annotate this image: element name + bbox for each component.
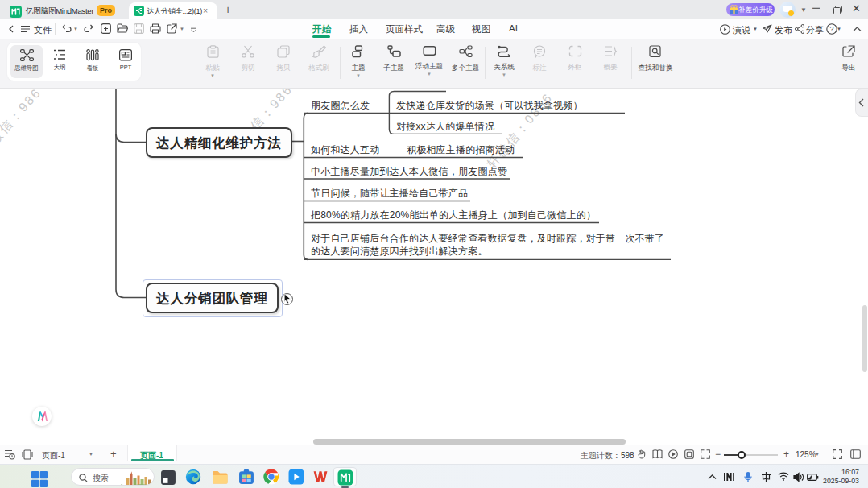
svg-text:?: ? [829,25,833,33]
